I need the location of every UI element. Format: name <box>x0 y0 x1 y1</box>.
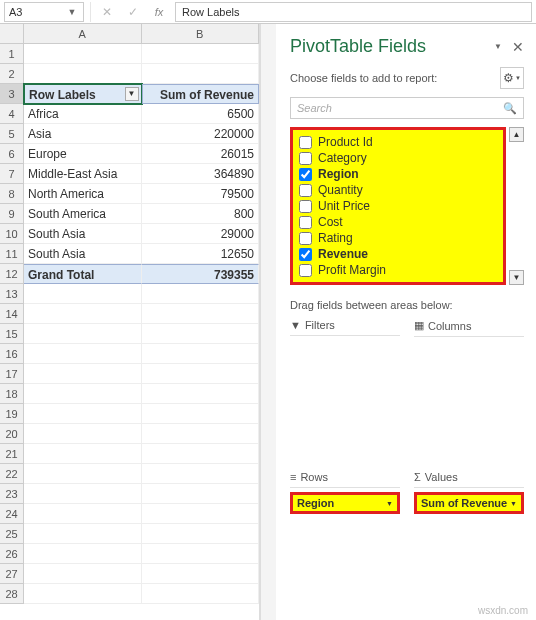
cell[interactable] <box>142 384 260 404</box>
filter-dropdown-icon[interactable]: ▼ <box>125 87 139 101</box>
fields-scrollbar[interactable]: ▲ ▼ <box>509 127 524 285</box>
field-checkbox[interactable] <box>299 248 312 261</box>
field-item[interactable]: Unit Price <box>297 198 499 214</box>
field-item[interactable]: Product Id <box>297 134 499 150</box>
name-box[interactable]: A3 ▼ <box>4 2 84 22</box>
pane-menu-icon[interactable]: ▼ <box>494 42 502 51</box>
cell[interactable] <box>24 284 142 304</box>
row-header[interactable]: 2 <box>0 64 24 84</box>
field-checkbox[interactable] <box>299 184 312 197</box>
gear-button[interactable]: ⚙▼ <box>500 67 524 89</box>
row-header[interactable]: 9 <box>0 204 24 224</box>
cell[interactable] <box>24 464 142 484</box>
field-item[interactable]: Region <box>297 166 499 182</box>
row-header[interactable]: 7 <box>0 164 24 184</box>
field-item[interactable]: Cost <box>297 214 499 230</box>
row-header[interactable]: 8 <box>0 184 24 204</box>
row-header[interactable]: 23 <box>0 484 24 504</box>
cell[interactable] <box>142 584 260 604</box>
name-box-dropdown-icon[interactable]: ▼ <box>65 7 79 17</box>
cell[interactable] <box>24 64 142 84</box>
field-checkbox[interactable] <box>299 232 312 245</box>
cell[interactable]: 800 <box>142 204 260 224</box>
cell[interactable] <box>142 424 260 444</box>
cell[interactable] <box>24 504 142 524</box>
cell[interactable] <box>142 344 260 364</box>
rows-chip-region[interactable]: Region ▼ <box>290 492 400 514</box>
row-header[interactable]: 13 <box>0 284 24 304</box>
cell[interactable] <box>142 284 260 304</box>
row-header[interactable]: 12 <box>0 264 24 284</box>
cell[interactable]: Grand Total <box>24 264 142 284</box>
scroll-down-icon[interactable]: ▼ <box>509 270 524 285</box>
field-item[interactable]: Rating <box>297 230 499 246</box>
cell[interactable] <box>24 484 142 504</box>
field-checkbox[interactable] <box>299 216 312 229</box>
field-checkbox[interactable] <box>299 200 312 213</box>
cell[interactable]: South America <box>24 204 142 224</box>
cell[interactable]: Asia <box>24 124 142 144</box>
cell[interactable] <box>142 464 260 484</box>
fx-icon[interactable]: fx <box>149 2 169 22</box>
cell[interactable]: Middle-East Asia <box>24 164 142 184</box>
cell[interactable] <box>142 304 260 324</box>
row-header[interactable]: 21 <box>0 444 24 464</box>
row-header[interactable]: 22 <box>0 464 24 484</box>
field-checkbox[interactable] <box>299 168 312 181</box>
select-all-corner[interactable] <box>0 24 24 43</box>
cell[interactable] <box>24 524 142 544</box>
cell[interactable] <box>24 544 142 564</box>
cell[interactable]: 6500 <box>142 104 260 124</box>
filters-area[interactable]: ▼Filters <box>290 319 400 461</box>
row-header[interactable]: 19 <box>0 404 24 424</box>
cell[interactable] <box>142 544 260 564</box>
row-header[interactable]: 20 <box>0 424 24 444</box>
row-header[interactable]: 11 <box>0 244 24 264</box>
col-header-b[interactable]: B <box>142 24 260 43</box>
row-header[interactable]: 15 <box>0 324 24 344</box>
row-header[interactable]: 16 <box>0 344 24 364</box>
rows-area[interactable]: ≡Rows Region ▼ <box>290 471 400 612</box>
field-checkbox[interactable] <box>299 264 312 277</box>
row-header[interactable]: 5 <box>0 124 24 144</box>
row-header[interactable]: 24 <box>0 504 24 524</box>
field-item[interactable]: Category <box>297 150 499 166</box>
cell[interactable] <box>142 524 260 544</box>
row-header[interactable]: 10 <box>0 224 24 244</box>
cell[interactable] <box>142 44 260 64</box>
cell[interactable]: 364890 <box>142 164 260 184</box>
cell[interactable] <box>24 444 142 464</box>
cell[interactable] <box>142 364 260 384</box>
search-input[interactable]: Search 🔍 <box>290 97 524 119</box>
cell[interactable]: Row Labels▼ <box>24 84 142 104</box>
cell[interactable]: South Asia <box>24 224 142 244</box>
cell[interactable]: South Asia <box>24 244 142 264</box>
cell[interactable]: 26015 <box>142 144 260 164</box>
formula-bar[interactable]: Row Labels <box>175 2 532 22</box>
cell[interactable] <box>142 324 260 344</box>
field-item[interactable]: Revenue <box>297 246 499 262</box>
values-area[interactable]: ΣValues Sum of Revenue ▼ <box>414 471 524 612</box>
cell[interactable] <box>24 424 142 444</box>
row-header[interactable]: 27 <box>0 564 24 584</box>
cell[interactable] <box>24 584 142 604</box>
cell[interactable] <box>24 384 142 404</box>
cell[interactable] <box>24 404 142 424</box>
cell[interactable]: 29000 <box>142 224 260 244</box>
cell[interactable]: 12650 <box>142 244 260 264</box>
row-header[interactable]: 3 <box>0 84 24 104</box>
columns-area[interactable]: ▦Columns <box>414 319 524 461</box>
row-header[interactable]: 14 <box>0 304 24 324</box>
row-header[interactable]: 1 <box>0 44 24 64</box>
cell[interactable]: North America <box>24 184 142 204</box>
values-chip-revenue[interactable]: Sum of Revenue ▼ <box>414 492 524 514</box>
cell[interactable]: 739355 <box>142 264 260 284</box>
cell[interactable] <box>142 64 260 84</box>
cell[interactable] <box>142 564 260 584</box>
close-icon[interactable]: ✕ <box>512 39 524 55</box>
sheet-scrollbar[interactable] <box>260 24 276 620</box>
scroll-up-icon[interactable]: ▲ <box>509 127 524 142</box>
cell[interactable]: Africa <box>24 104 142 124</box>
cell[interactable] <box>24 44 142 64</box>
field-item[interactable]: Profit Margin <box>297 262 499 278</box>
